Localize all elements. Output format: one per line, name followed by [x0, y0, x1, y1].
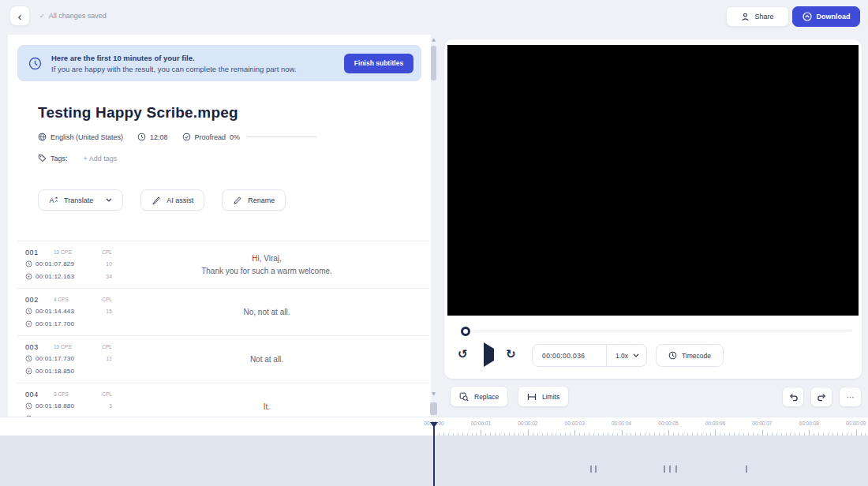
subtitle-text[interactable]: Hi, Viraj,Thank you for such a warm welc… — [112, 247, 421, 282]
limits-button[interactable]: Limits — [518, 386, 569, 407]
video-player[interactable] — [447, 45, 859, 316]
play-button[interactable] — [484, 349, 494, 361]
more-dots-icon: ··· — [847, 393, 855, 402]
subtitle-meta: 001 10 CPS CPL 00:01:07.829 10 00:01:12.… — [25, 247, 112, 282]
share-button[interactable]: Share — [726, 6, 789, 27]
subtitle-row[interactable]: 003 10 CPS CPL 00:01:17.730 11 00:01:18.… — [17, 336, 429, 383]
seek-knob[interactable] — [461, 327, 470, 336]
timeline-label: 00:00:08 — [799, 421, 819, 426]
ruler-major-tick — [762, 430, 763, 436]
ruler-major-tick — [668, 430, 669, 436]
subtitle-end-time[interactable]: 00:01:18.850 — [36, 368, 74, 375]
duration-meta: 12:08 — [137, 133, 168, 141]
share-person-icon — [741, 13, 750, 21]
timeline-label: 00:00:01 — [471, 421, 491, 426]
clock-icon — [28, 57, 42, 70]
scroll-down-icon[interactable]: ▼ — [429, 391, 438, 396]
cpl-header: CPL — [102, 391, 112, 397]
subtitle-cps: 3 CPS — [54, 391, 69, 397]
end-time-icon — [25, 320, 32, 327]
subtitle-end-time[interactable]: 00:01:12.163 — [36, 273, 74, 280]
redo-button[interactable] — [810, 387, 832, 407]
seek-track[interactable] — [474, 331, 852, 331]
download-label: Download — [817, 13, 851, 21]
cpl-value: 11 — [107, 356, 112, 361]
subtitle-text[interactable]: No, not at all. — [112, 294, 421, 330]
subtitle-end-time[interactable]: 00:01:17.700 — [36, 320, 74, 327]
actions-row: A Translate AI assist Rename — [38, 189, 286, 211]
language-label: English (United States) — [51, 133, 123, 141]
forward-icon: ↻ — [506, 347, 516, 361]
subtitle-start-time[interactable]: 00:01:07.829 — [36, 260, 74, 267]
subtitle-number: 001 — [25, 249, 54, 256]
end-time-icon — [25, 273, 32, 280]
chevron-down-icon — [106, 198, 112, 202]
banner-body: If you are happy with the result, you ca… — [51, 65, 344, 73]
subtitle-start-time[interactable]: 00:01:17.730 — [36, 355, 74, 362]
speed-value: 1.0x — [615, 352, 628, 360]
proofread-check-icon — [182, 133, 191, 141]
finish-subtitles-button[interactable]: Finish subtitles — [344, 54, 413, 73]
ai-assist-label: AI assist — [166, 196, 193, 204]
subtitle-cps: 10 CPS — [54, 344, 71, 350]
timecode-label: Timecode — [682, 352, 711, 360]
translate-button[interactable]: A Translate — [38, 189, 123, 211]
tags-label: Tags: — [51, 155, 68, 163]
subtitle-start-time[interactable]: 00:01:14.443 — [36, 308, 74, 315]
trial-banner: Here are the first 10 minutes of your fi… — [17, 45, 421, 81]
subtitle-cps: 10 CPS — [54, 249, 71, 255]
subtitle-row[interactable]: 001 10 CPS CPL 00:01:07.829 10 00:01:12.… — [17, 241, 429, 289]
add-tags-button[interactable]: + Add tags — [84, 155, 118, 163]
ruler-major-tick — [528, 430, 529, 436]
ruler-major-tick — [715, 430, 716, 436]
rename-button[interactable]: Rename — [222, 189, 286, 211]
cpl-value: 10 — [106, 261, 112, 267]
scrollbar-thumb[interactable] — [431, 46, 436, 80]
subtitle-meta: 004 3 CPS CPL 00:01:18.880 3 — [25, 389, 112, 417]
playback-speed-select[interactable]: 1.0x — [607, 352, 646, 360]
undo-button[interactable] — [782, 387, 804, 407]
subtitle-start-time[interactable]: 00:01:18.880 — [36, 402, 74, 409]
waveform-mark — [675, 465, 677, 473]
replace-icon — [459, 392, 469, 402]
subtitle-text[interactable]: It. — [112, 389, 421, 417]
start-time-icon — [25, 308, 32, 315]
current-time-field[interactable]: 00:00:00.036 — [533, 352, 606, 360]
timecode-button[interactable]: Timecode — [656, 344, 724, 367]
ruler-major-tick — [481, 430, 481, 436]
ai-assist-button[interactable]: AI assist — [140, 189, 204, 211]
replace-button[interactable]: Replace — [450, 386, 508, 407]
cpl-header: CPL — [102, 344, 112, 350]
more-options-button[interactable]: ··· — [839, 387, 862, 407]
ai-pen-icon — [152, 196, 161, 205]
ruler-major-tick — [574, 430, 575, 436]
rename-label: Rename — [248, 196, 275, 204]
download-button[interactable]: Download — [792, 6, 860, 27]
timeline-label: 00:00:07 — [752, 421, 772, 426]
rewind-button[interactable]: ↺ — [458, 347, 468, 361]
ruler-major-tick — [856, 430, 857, 436]
subtitle-number: 002 — [25, 296, 54, 304]
cpl-value: 15 — [106, 308, 112, 314]
scrollbar-bottom-cap[interactable] — [430, 402, 437, 415]
scroll-up-icon[interactable]: ▲ — [429, 36, 438, 42]
timeline-label: 00:00:09 — [846, 421, 866, 426]
timeline-label: 00:00:05 — [658, 421, 678, 426]
subtitle-meta: 003 10 CPS CPL 00:01:17.730 11 00:01:18.… — [25, 342, 112, 377]
subtitle-row[interactable]: 004 3 CPS CPL 00:01:18.880 3 — [17, 383, 429, 417]
subtitle-list: 001 10 CPS CPL 00:01:07.829 10 00:01:12.… — [17, 241, 429, 417]
play-icon — [484, 342, 494, 367]
playhead-line[interactable] — [433, 426, 435, 486]
undo-icon — [788, 392, 799, 402]
chevron-left-icon: ‹ — [18, 9, 22, 23]
tag-icon — [38, 154, 47, 163]
back-button[interactable]: ‹ — [9, 6, 30, 26]
subtitle-row[interactable]: 002 4 CPS CPL 00:01:14.443 15 00:01:17.7… — [17, 289, 429, 336]
app-root: ‹ ✓ All changes saved Share Download Her… — [0, 0, 868, 486]
forward-button[interactable]: ↻ — [506, 347, 516, 361]
subtitle-line: It. — [264, 401, 270, 413]
timeline-label: 00:00:03 — [565, 421, 585, 426]
svg-text:A: A — [50, 196, 54, 204]
subtitle-text[interactable]: Not at all. — [112, 342, 421, 377]
download-icon — [803, 12, 812, 21]
